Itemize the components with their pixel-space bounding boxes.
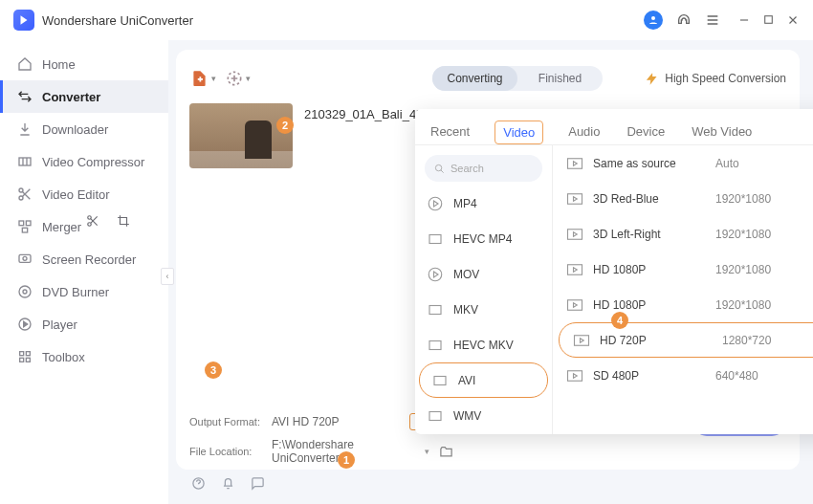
home-icon xyxy=(17,56,33,72)
svg-rect-30 xyxy=(429,411,441,420)
video-icon xyxy=(566,228,583,241)
help-icon[interactable] xyxy=(191,476,206,491)
svg-point-26 xyxy=(428,268,442,281)
resolution-item[interactable]: 3D Left-Right1920*1080 xyxy=(553,216,813,252)
minimize-icon[interactable] xyxy=(737,13,751,27)
feedback-icon[interactable] xyxy=(251,476,265,491)
sidebar-item-editor[interactable]: Video Editor xyxy=(0,178,168,210)
resolution-item[interactable]: 3D Red-Blue1920*1080 xyxy=(553,181,813,216)
format-label: AVI xyxy=(458,374,475,387)
trim-icon[interactable] xyxy=(86,214,99,228)
video-icon xyxy=(566,263,583,276)
svg-rect-16 xyxy=(26,358,30,362)
converter-icon xyxy=(17,89,33,104)
format-label: MOV xyxy=(453,268,479,281)
sidebar-item-label: Merger xyxy=(42,220,81,234)
svg-rect-31 xyxy=(568,158,582,168)
popup-tab-device[interactable]: Device xyxy=(625,119,667,144)
format-icon xyxy=(427,195,444,212)
format-item-wmv[interactable]: WMV xyxy=(415,398,552,433)
sidebar-item-label: Downloader xyxy=(42,122,108,137)
popup-tab-recent[interactable]: Recent xyxy=(428,119,472,144)
video-icon xyxy=(566,298,583,312)
resolution-item-selected[interactable]: HD 720P1280*720 xyxy=(559,322,813,358)
sidebar-item-compressor[interactable]: Video Compressor xyxy=(0,145,168,178)
popup-tab-video[interactable]: Video xyxy=(494,121,543,144)
resolution-list: Same as sourceAuto 3D Red-Blue1920*1080 … xyxy=(553,145,813,434)
resolution-item[interactable]: Same as sourceAuto xyxy=(553,145,813,181)
svg-rect-13 xyxy=(20,352,24,356)
sidebar-item-converter[interactable]: Converter xyxy=(0,80,168,113)
format-item-hevcmkv[interactable]: HEVC MKV xyxy=(415,327,552,362)
sidebar-item-home[interactable]: Home xyxy=(0,48,168,80)
svg-rect-36 xyxy=(575,335,589,345)
resolution-dim: Auto xyxy=(715,157,813,170)
video-thumbnail[interactable] xyxy=(189,103,293,168)
hsc-label: High Speed Conversion xyxy=(665,72,786,85)
sidebar-item-player[interactable]: Player xyxy=(0,308,168,340)
svg-rect-5 xyxy=(19,221,24,226)
svg-rect-18 xyxy=(200,77,202,81)
tab-finished[interactable]: Finished xyxy=(517,66,603,91)
svg-point-4 xyxy=(19,196,23,200)
format-item-mp4[interactable]: MP4 xyxy=(415,186,552,221)
support-icon[interactable] xyxy=(676,12,692,28)
add-file-button[interactable]: ▾ xyxy=(189,65,216,92)
svg-rect-32 xyxy=(568,193,582,204)
sidebar-item-recorder[interactable]: Screen Recorder xyxy=(0,243,168,275)
svg-rect-7 xyxy=(22,228,27,232)
format-item-mkv[interactable]: MKV xyxy=(415,292,552,327)
svg-point-3 xyxy=(19,188,23,192)
record-icon xyxy=(17,252,33,267)
format-icon xyxy=(427,407,444,425)
svg-rect-8 xyxy=(19,254,31,262)
sidebar-item-label: Home xyxy=(42,57,76,72)
format-icon xyxy=(427,301,444,318)
resolution-item[interactable]: HD 1080P1920*1080 xyxy=(553,287,813,322)
format-item-mov[interactable]: MOV xyxy=(415,256,552,292)
open-folder-icon[interactable] xyxy=(439,445,453,459)
scissors-icon xyxy=(17,186,33,202)
sidebar-item-toolbox[interactable]: Toolbox xyxy=(0,340,168,373)
sidebar-item-downloader[interactable]: Downloader xyxy=(0,113,168,145)
format-search[interactable]: Search xyxy=(425,155,542,182)
sidebar-item-dvd[interactable]: DVD Burner xyxy=(0,275,168,308)
high-speed-toggle[interactable]: High Speed Conversion xyxy=(645,72,786,86)
svg-rect-27 xyxy=(429,305,441,314)
popup-tab-audio[interactable]: Audio xyxy=(566,119,602,144)
format-item-avi[interactable]: AVI xyxy=(419,362,548,398)
resolution-item[interactable]: HD 1080P1920*1080 xyxy=(553,252,813,287)
search-icon xyxy=(434,164,445,174)
grid-icon xyxy=(17,349,33,364)
sidebar-item-label: Player xyxy=(42,318,77,332)
svg-point-10 xyxy=(19,286,31,297)
bell-icon[interactable] xyxy=(221,476,235,491)
crop-icon[interactable] xyxy=(117,214,130,228)
format-icon xyxy=(427,337,444,354)
resolution-item[interactable]: SD 480P640*480 xyxy=(553,358,813,393)
popup-tab-web[interactable]: Web Video xyxy=(690,119,754,144)
compress-icon xyxy=(17,154,33,169)
output-format-value: AVI HD 720P xyxy=(272,411,400,432)
menu-icon[interactable] xyxy=(705,12,720,28)
resolution-dim: 1920*1080 xyxy=(715,192,813,206)
resolution-dim: 1920*1080 xyxy=(715,228,813,241)
format-item-hevcmp4[interactable]: HEVC MP4 xyxy=(415,221,552,256)
sidebar-item-label: Converter xyxy=(42,90,100,104)
svg-rect-1 xyxy=(765,16,773,24)
account-icon[interactable] xyxy=(644,11,663,30)
annotation-badge-1: 1 xyxy=(338,451,355,469)
tab-converting[interactable]: Converting xyxy=(432,66,517,91)
resolution-label: 3D Left-Right xyxy=(593,228,706,241)
add-folder-button[interactable]: ▾ xyxy=(224,65,251,92)
resolution-label: HD 1080P xyxy=(593,298,706,312)
annotation-badge-4: 4 xyxy=(611,312,628,329)
close-icon[interactable] xyxy=(786,13,800,27)
svg-rect-2 xyxy=(19,158,31,165)
sidebar-item-label: Video Compressor xyxy=(42,155,144,169)
resolution-dim: 1920*1080 xyxy=(715,263,813,276)
output-format-label: Output Format: xyxy=(189,416,262,427)
sidebar-item-label: Video Editor xyxy=(42,187,110,202)
maximize-icon[interactable] xyxy=(762,13,775,27)
video-icon xyxy=(573,334,590,347)
